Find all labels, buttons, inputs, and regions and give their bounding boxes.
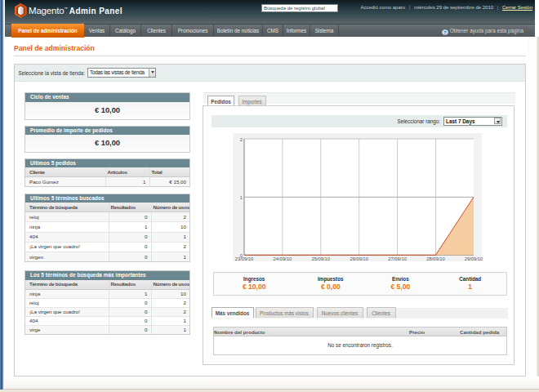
svg-text:28/09/10: 28/09/10 [426, 256, 445, 261]
svg-text:25/09/10: 25/09/10 [311, 256, 330, 261]
svg-text:23/09/10: 23/09/10 [234, 256, 253, 261]
svg-text:24/09/10: 24/09/10 [273, 256, 292, 261]
svg-text:29/09/10: 29/09/10 [464, 256, 483, 261]
svg-text:27/09/10: 27/09/10 [388, 256, 407, 261]
svg-text:1: 1 [239, 194, 242, 199]
svg-text:26/09/10: 26/09/10 [350, 256, 368, 261]
svg-text:2: 2 [239, 136, 242, 141]
